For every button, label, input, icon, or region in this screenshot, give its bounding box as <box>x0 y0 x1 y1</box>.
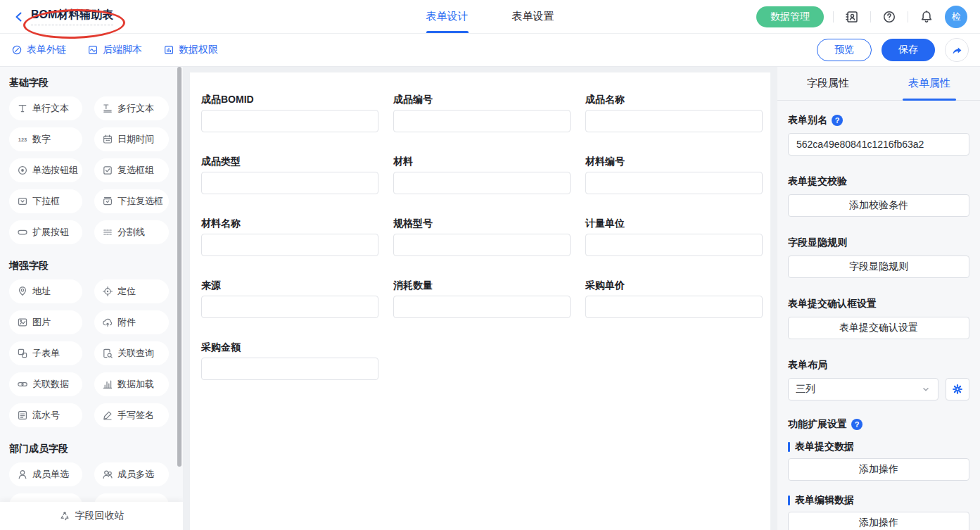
field-input[interactable] <box>393 172 571 194</box>
data-load-icon <box>102 379 113 390</box>
text-single-icon <box>17 103 28 114</box>
field-type-attachment[interactable]: 附件 <box>94 310 169 334</box>
field-visibility-button[interactable]: 字段显隐规则 <box>788 255 969 278</box>
form-layout-select[interactable]: 三列 <box>788 378 938 400</box>
tab-form-design[interactable]: 表单设计 <box>426 0 469 33</box>
field-input[interactable] <box>393 110 571 132</box>
field-label: 成品名称 <box>585 92 763 106</box>
field-input[interactable] <box>201 172 378 194</box>
field-type-radio-group[interactable]: 单选按钮组 <box>9 158 82 182</box>
field-type-number[interactable]: 123数字 <box>9 127 82 151</box>
dropdown-multi-icon <box>102 196 113 207</box>
tab-form-properties[interactable]: 表单属性 <box>879 67 980 100</box>
field-input[interactable] <box>585 296 763 318</box>
field-type-linked-query[interactable]: 关联查询 <box>94 341 169 365</box>
layout-settings-gear-icon[interactable] <box>946 378 969 400</box>
canvas-field[interactable]: 成品名称 <box>585 92 763 132</box>
sidebar-section-title: 增强字段 <box>9 260 183 272</box>
field-type-signature[interactable]: 手写签名 <box>94 403 169 427</box>
field-type-member-multi[interactable]: 成员多选 <box>94 462 169 486</box>
divider <box>870 11 871 23</box>
field-input[interactable] <box>585 172 763 194</box>
field-type-linked-data[interactable]: 关联数据 <box>9 372 82 396</box>
member-multi-icon <box>102 469 113 480</box>
help-icon[interactable] <box>880 8 898 26</box>
toolbar-link-external-link[interactable]: 表单外链 <box>11 44 66 56</box>
share-button[interactable] <box>945 38 969 62</box>
field-type-datetime[interactable]: 日期时间 <box>94 127 169 151</box>
field-input[interactable] <box>201 110 378 132</box>
form-title[interactable]: BOM材料辅助表 <box>31 8 113 25</box>
field-input[interactable] <box>393 234 571 256</box>
back-icon[interactable] <box>13 11 25 23</box>
attachment-icon <box>102 317 113 328</box>
canvas-field[interactable]: 材料编号 <box>585 154 763 194</box>
field-type-image[interactable]: 图片 <box>9 310 82 334</box>
address-book-icon[interactable] <box>843 8 861 26</box>
canvas-field[interactable]: 材料 <box>393 154 571 194</box>
number-icon: 123 <box>17 134 28 145</box>
field-type-text-single[interactable]: 单行文本 <box>9 96 82 120</box>
field-type-extend-button[interactable]: 扩展按钮 <box>9 220 82 244</box>
toolbar-link-script[interactable]: 后端脚本 <box>87 44 142 56</box>
field-type-member-single[interactable]: 成员单选 <box>9 462 82 486</box>
canvas-field[interactable]: 成品BOMID <box>201 92 378 132</box>
submit-confirm-button[interactable]: 表单提交确认设置 <box>788 317 969 339</box>
tab-form-settings[interactable]: 表单设置 <box>512 0 554 33</box>
avatar[interactable]: 检 <box>945 6 967 28</box>
field-input[interactable] <box>585 234 763 256</box>
field-type-serial-number[interactable]: 流水号 <box>9 403 82 427</box>
form-canvas[interactable]: 成品BOMID成品编号成品名称成品类型材料材料编号材料名称规格型号计量单位来源消… <box>190 72 770 530</box>
canvas-field[interactable]: 采购金额 <box>201 340 378 380</box>
field-type-address[interactable]: 地址 <box>9 279 82 303</box>
extension-help-icon[interactable]: ? <box>851 419 863 430</box>
field-input[interactable] <box>201 358 378 380</box>
field-label: 成品BOMID <box>201 92 378 106</box>
field-type-divider-line[interactable]: 分割线 <box>94 220 169 244</box>
canvas-field[interactable]: 来源 <box>201 278 378 318</box>
edit-data-add-button[interactable]: 添加操作 <box>788 512 969 530</box>
field-type-data-load[interactable]: 数据加载 <box>94 372 169 396</box>
field-type-text-multi[interactable]: 多行文本 <box>94 96 169 120</box>
properties-panel: 字段属性 表单属性 表单别名 ? 562ca49e80841c1216fb63a… <box>777 67 980 530</box>
field-input[interactable] <box>201 296 378 318</box>
alias-help-icon[interactable]: ? <box>832 115 843 126</box>
sidebar-scrollbar[interactable] <box>177 67 182 467</box>
field-type-subform[interactable]: 子表单 <box>9 341 82 365</box>
field-label: 规格型号 <box>393 216 571 230</box>
location-icon <box>102 286 113 297</box>
data-manage-button[interactable]: 数据管理 <box>756 6 824 27</box>
image-icon <box>17 317 28 328</box>
svg-text:123: 123 <box>18 137 27 143</box>
submit-data-add-button[interactable]: 添加操作 <box>788 458 969 481</box>
canvas-field[interactable]: 消耗数量 <box>393 278 571 318</box>
sidebar-section: 增强字段地址定位图片附件子表单关联查询关联数据数据加载流水号手写签名 <box>0 260 183 427</box>
field-type-location[interactable]: 定位 <box>94 279 169 303</box>
notification-bell-icon[interactable] <box>917 8 936 26</box>
canvas-field[interactable]: 计量单位 <box>585 216 763 256</box>
tab-field-properties[interactable]: 字段属性 <box>777 67 879 100</box>
form-alias-input[interactable]: 562ca49e80841c1216fb63a2 <box>788 133 969 156</box>
canvas-field[interactable]: 采购单价 <box>585 278 763 318</box>
field-input[interactable] <box>201 234 378 256</box>
field-input[interactable] <box>393 296 571 318</box>
save-button[interactable]: 保存 <box>882 39 935 61</box>
canvas-field[interactable]: 成品类型 <box>201 154 378 194</box>
canvas-field[interactable]: 成品编号 <box>393 92 571 132</box>
submit-data-label: 表单提交数据 <box>788 440 969 454</box>
header-tabs: 表单设计 表单设置 <box>405 0 576 33</box>
add-validation-button[interactable]: 添加校验条件 <box>788 194 969 217</box>
field-type-checkbox-group[interactable]: 复选框组 <box>94 158 169 182</box>
field-input[interactable] <box>585 110 763 132</box>
toolbar-link-data-permission[interactable]: 数据权限 <box>163 44 218 56</box>
checkbox-group-icon <box>102 165 113 176</box>
preview-button[interactable]: 预览 <box>817 39 872 61</box>
field-label: 材料名称 <box>201 216 378 230</box>
canvas-field[interactable]: 材料名称 <box>201 216 378 256</box>
address-icon <box>17 286 28 297</box>
field-type-dropdown-multi[interactable]: 下拉复选框 <box>94 189 169 213</box>
canvas-field[interactable]: 规格型号 <box>393 216 571 256</box>
field-type-dropdown[interactable]: 下拉框 <box>9 189 82 213</box>
field-label: 采购单价 <box>585 278 763 292</box>
field-recycle-bin[interactable]: 字段回收站 <box>0 502 183 530</box>
